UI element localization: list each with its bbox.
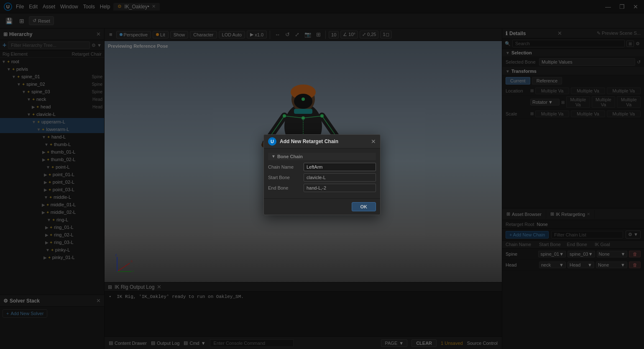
modal-section-arrow: ▼ — [271, 154, 276, 159]
modal-end-bone-row: End Bone hand-L,-2 — [268, 184, 376, 192]
modal-close-btn[interactable]: ✕ — [371, 138, 376, 145]
modal-ok-btn[interactable]: OK — [352, 202, 376, 211]
end-bone-readonly: hand-L,-2 — [304, 184, 376, 192]
chain-name-input[interactable] — [304, 163, 376, 171]
modal-title: Add New Retarget Chain — [280, 139, 368, 144]
modal-footer: OK — [264, 198, 380, 215]
modal-overlay: U Add New Retarget Chain ✕ ▼ Bone Chain … — [0, 0, 644, 349]
modal-bone-chain-header: ▼ Bone Chain — [268, 153, 376, 160]
modal-start-bone-row: Start Bone clavicle-L — [268, 173, 376, 182]
modal-body: ▼ Bone Chain Chain Name Start Bone clavi… — [264, 149, 380, 198]
start-bone-readonly: clavicle-L — [304, 173, 376, 182]
add-retarget-chain-modal: U Add New Retarget Chain ✕ ▼ Bone Chain … — [263, 134, 381, 215]
modal-chain-name-row: Chain Name — [268, 163, 376, 171]
modal-ue-logo: U — [268, 137, 276, 146]
modal-header: U Add New Retarget Chain ✕ — [264, 135, 380, 149]
